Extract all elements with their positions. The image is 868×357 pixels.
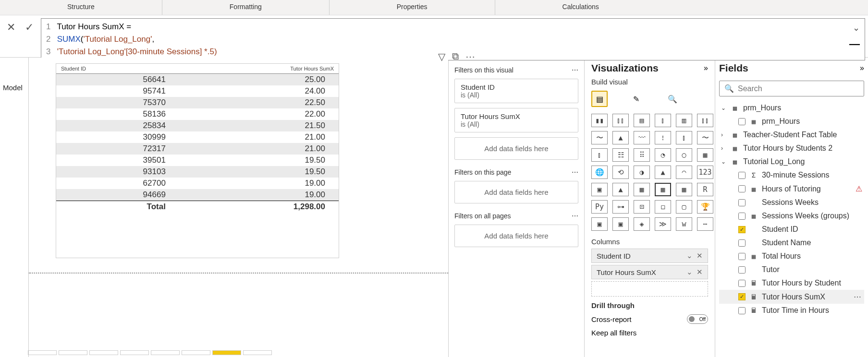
field-checkbox-checked[interactable]: ✓: [738, 226, 746, 233]
viz-type-button[interactable]: ⫿⫿: [612, 114, 629, 127]
commit-icon[interactable]: ✓: [25, 21, 34, 34]
viz-type-button[interactable]: ⫿: [676, 131, 692, 144]
viz-type-button[interactable]: ▦: [697, 148, 713, 162]
table-row[interactable]: 3099921.00: [56, 131, 339, 143]
viz-type-button[interactable]: ⠿: [634, 148, 650, 162]
field-checkbox[interactable]: [738, 266, 746, 274]
viz-type-button[interactable]: 🏆: [697, 200, 713, 214]
viz-type-button[interactable]: R: [697, 183, 713, 196]
viz-type-button[interactable]: ▦: [655, 183, 671, 196]
search-input[interactable]: [738, 84, 859, 93]
viz-type-button[interactable]: ⫿⫿: [697, 114, 713, 127]
viz-type-button[interactable]: ▮▮: [591, 114, 608, 127]
viz-type-button[interactable]: ◑: [634, 166, 650, 179]
col-header[interactable]: Tutor Hours SumX: [179, 64, 339, 74]
collapse-pane-icon[interactable]: »: [704, 64, 708, 72]
field-checkbox[interactable]: [738, 199, 746, 206]
viz-type-button[interactable]: ⫶: [655, 131, 671, 144]
viz-type-button[interactable]: ◈: [634, 217, 650, 231]
field-checkbox[interactable]: [738, 253, 746, 260]
filter-icon[interactable]: ▽: [438, 51, 445, 62]
table-row[interactable]: 6270019.00: [56, 178, 339, 189]
field-row[interactable]: Tutor: [719, 263, 864, 276]
field-row[interactable]: 🖩Tutor Time in Hours: [719, 304, 864, 317]
viz-type-button[interactable]: ▣: [591, 183, 608, 196]
field-row[interactable]: ▦Hours of Tutoring⚠: [719, 182, 864, 196]
table-row[interactable]: 5813622.00: [56, 108, 339, 120]
viz-type-button[interactable]: Py: [591, 200, 608, 214]
field-checkbox[interactable]: [738, 172, 746, 179]
table-row[interactable]: 3950119.50: [56, 155, 339, 166]
viz-type-button[interactable]: 123: [697, 166, 713, 179]
viz-type-button[interactable]: ▣: [591, 217, 608, 231]
viz-type-button[interactable]: 〰: [634, 131, 650, 144]
viz-type-button[interactable]: ▥: [676, 114, 692, 127]
filter-drop-page[interactable]: Add data fields here: [454, 181, 578, 203]
more-icon[interactable]: ⋯: [854, 292, 862, 301]
viz-type-button[interactable]: ⊡: [634, 200, 650, 214]
fields-search[interactable]: 🔍: [719, 81, 864, 96]
viz-type-button[interactable]: ▦: [676, 183, 692, 196]
column-drop[interactable]: [591, 281, 708, 297]
column-field[interactable]: Student ID ⌄✕: [591, 249, 708, 263]
viz-type-button[interactable]: ⊶: [612, 200, 629, 214]
table-row[interactable]: 5664125.00: [56, 74, 339, 86]
collapse-icon[interactable]: —: [849, 38, 860, 50]
table-visual[interactable]: Student ID Tutor Hours SumX 5664125.0095…: [56, 63, 339, 258]
viz-type-button[interactable]: ☷: [612, 148, 629, 162]
more-icon[interactable]: ⋯: [465, 51, 475, 62]
table-row[interactable]: 9466919.00: [56, 189, 339, 201]
field-row[interactable]: ▦Total Hours: [719, 250, 864, 263]
viz-type-button[interactable]: ≫: [655, 217, 671, 231]
build-visual-tab[interactable]: ▤: [591, 91, 608, 107]
field-row[interactable]: ▦Sessions Weeks (groups): [719, 209, 864, 223]
viz-type-button[interactable]: ▦: [634, 183, 650, 196]
viz-type-button[interactable]: 〜: [697, 131, 713, 144]
viz-type-button[interactable]: ⫿: [591, 148, 608, 162]
viz-type-button[interactable]: ▤: [634, 114, 650, 127]
viz-type-button[interactable]: ◔: [655, 148, 671, 162]
collapse-pane-icon[interactable]: »: [860, 64, 864, 72]
table-node[interactable]: ⌄▦prm_Hours: [719, 101, 864, 115]
viz-type-button[interactable]: ▣: [612, 217, 629, 231]
field-row[interactable]: Student Name: [719, 236, 864, 250]
field-row[interactable]: 🖩Tutor Hours by Student: [719, 276, 864, 290]
viz-type-button[interactable]: ◻: [655, 200, 671, 214]
focus-icon[interactable]: ⧉: [452, 51, 459, 62]
field-row[interactable]: ✓Student ID: [719, 223, 864, 236]
table-node[interactable]: ›▦Tutor Hours by Students 2: [719, 142, 864, 155]
filter-drop-all[interactable]: Add data fields here: [454, 225, 578, 247]
viz-type-button[interactable]: ▲: [612, 183, 629, 196]
more-icon[interactable]: ⋯: [572, 168, 578, 176]
viz-type-button[interactable]: ◯: [676, 148, 692, 162]
field-row-selected[interactable]: ✓🖩Tutor Hours SumX⋯: [719, 290, 864, 304]
filter-card[interactable]: Tutor Hours SumX is (All): [454, 108, 578, 132]
tab-calculations[interactable]: Calculations: [495, 0, 666, 15]
viz-type-button[interactable]: 〜: [591, 131, 608, 144]
table-row[interactable]: 7231721.00: [56, 143, 339, 155]
field-checkbox[interactable]: [738, 239, 746, 247]
field-checkbox[interactable]: [738, 118, 746, 125]
field-checkbox-checked[interactable]: ✓: [738, 293, 746, 300]
table-row[interactable]: 2583421.50: [56, 120, 339, 131]
table-node[interactable]: ⌄▦Tutorial Log_Long: [719, 155, 864, 168]
chevron-down-icon[interactable]: ⌄: [853, 22, 860, 34]
page-tabs[interactable]: [28, 350, 364, 357]
viz-type-button[interactable]: ◠: [676, 166, 692, 179]
viz-type-button[interactable]: ▲: [612, 131, 629, 144]
tab-properties[interactable]: Properties: [330, 0, 495, 15]
table-row[interactable]: 9574124.00: [56, 85, 339, 97]
chevron-down-icon[interactable]: ⌄: [686, 268, 693, 276]
viz-type-button[interactable]: ⫿: [655, 114, 671, 127]
viz-type-button[interactable]: ▲: [655, 166, 671, 179]
table-row[interactable]: 9310319.50: [56, 166, 339, 178]
field-row[interactable]: Sessions Weeks: [719, 196, 864, 209]
cross-report-toggle[interactable]: Off: [687, 314, 708, 324]
model-view-button[interactable]: Model: [0, 81, 28, 95]
more-icon[interactable]: ⋯: [572, 212, 578, 220]
col-header[interactable]: Student ID: [56, 64, 179, 74]
viz-type-button[interactable]: ⟲: [612, 166, 629, 179]
column-field[interactable]: Tutor Hours SumX ⌄✕: [591, 265, 708, 279]
field-checkbox[interactable]: [738, 280, 746, 287]
filter-drop-visual[interactable]: Add data fields here: [454, 137, 578, 160]
